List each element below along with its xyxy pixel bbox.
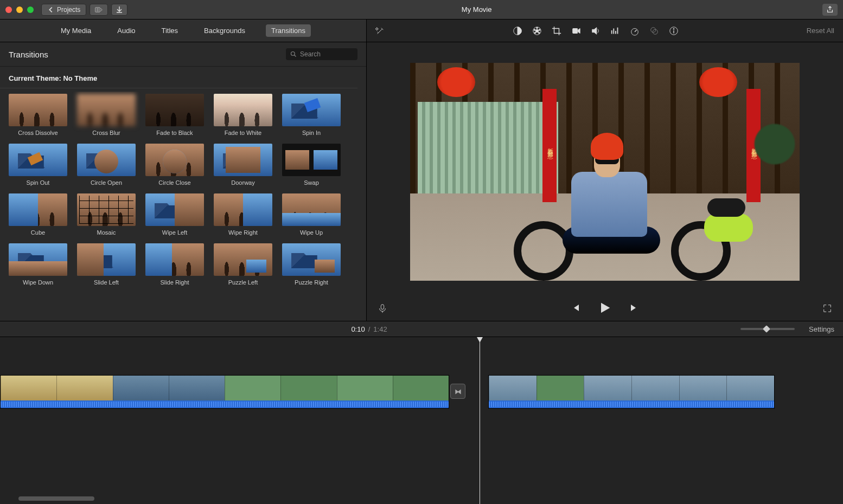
svg-point-13 xyxy=(653,29,658,34)
transition-item[interactable]: Circle Close xyxy=(145,144,204,186)
svg-point-15 xyxy=(673,28,674,29)
enhance-icon[interactable] xyxy=(375,26,385,36)
media-browser-pane: My Media Audio Titles Backgrounds Transi… xyxy=(0,20,367,321)
search-placeholder: Search xyxy=(300,50,321,58)
transition-item[interactable]: Wipe Up xyxy=(282,193,341,236)
zoom-window[interactable] xyxy=(27,7,34,13)
horizontal-scrollbar[interactable] xyxy=(18,496,94,501)
audio-waveform xyxy=(1,400,449,408)
transition-item[interactable]: Slide Left xyxy=(77,243,136,286)
current-theme-label: Current Theme: No Theme xyxy=(0,67,357,88)
search-icon xyxy=(290,51,297,57)
close-window[interactable] xyxy=(5,7,12,13)
info-icon[interactable] xyxy=(669,26,679,36)
download-button[interactable] xyxy=(111,4,127,16)
import-media-button[interactable] xyxy=(90,4,108,16)
video-preview[interactable] xyxy=(410,63,800,281)
zoom-slider[interactable] xyxy=(740,328,795,330)
transition-item[interactable]: Swap xyxy=(282,144,341,186)
transition-item[interactable]: Doorway xyxy=(214,144,272,186)
transitions-grid: Cross Dissolve Cross Blur Fade to Black … xyxy=(0,92,366,291)
transition-item[interactable]: Spin Out xyxy=(9,144,67,186)
window-controls xyxy=(5,7,34,13)
timeline-header: 0:10 / 1:42 Settings xyxy=(0,321,843,337)
transition-item[interactable]: Wipe Right xyxy=(214,193,272,236)
svg-point-4 xyxy=(536,29,539,32)
volume-icon[interactable] xyxy=(591,26,601,36)
back-to-projects-button[interactable]: Projects xyxy=(41,4,86,16)
transition-item[interactable]: Circle Open xyxy=(77,144,136,186)
transition-item[interactable]: Puzzle Right xyxy=(282,243,341,286)
transition-item[interactable]: Wipe Down xyxy=(9,243,67,286)
speed-icon[interactable] xyxy=(630,26,640,36)
fullscreen-icon[interactable] xyxy=(822,303,832,313)
svg-point-6 xyxy=(539,29,540,30)
svg-point-12 xyxy=(651,27,656,32)
transition-item[interactable]: Cross Blur xyxy=(77,94,136,136)
transition-item[interactable]: Spin In xyxy=(282,94,341,136)
tab-titles[interactable]: Titles xyxy=(156,24,184,37)
viewer-pane: Reset All xyxy=(367,20,843,321)
transition-item[interactable]: Wipe Left xyxy=(145,193,204,236)
tab-audio[interactable]: Audio xyxy=(112,24,140,37)
stabilize-icon[interactable] xyxy=(571,26,581,36)
svg-point-1 xyxy=(291,52,295,56)
viewer-toolbar: Reset All xyxy=(367,20,843,42)
transition-item[interactable]: Mosaic xyxy=(77,193,136,236)
transition-item[interactable]: Cube xyxy=(9,193,67,236)
tab-my-media[interactable]: My Media xyxy=(55,24,97,37)
playback-controls xyxy=(367,296,843,321)
playhead-time: 0:10 xyxy=(351,325,365,333)
color-balance-icon[interactable] xyxy=(513,26,522,36)
color-wheel-icon[interactable] xyxy=(532,26,542,36)
crop-icon[interactable] xyxy=(552,26,561,36)
svg-point-5 xyxy=(537,27,538,29)
svg-point-7 xyxy=(539,32,540,34)
transition-item[interactable]: Fade to White xyxy=(214,94,272,136)
total-duration: 1:42 xyxy=(373,325,387,333)
back-label: Projects xyxy=(57,6,80,14)
next-clip-button[interactable] xyxy=(629,302,640,315)
play-button[interactable] xyxy=(597,300,612,317)
svg-point-8 xyxy=(534,32,536,34)
transition-item[interactable]: Slide Right xyxy=(145,243,204,286)
svg-rect-10 xyxy=(573,28,578,33)
audio-waveform xyxy=(489,400,774,408)
minimize-window[interactable] xyxy=(16,7,23,13)
transition-item[interactable]: Puzzle Left xyxy=(214,243,272,286)
timeline-settings-button[interactable]: Settings xyxy=(809,325,834,333)
playhead[interactable] xyxy=(480,337,480,504)
svg-rect-16 xyxy=(381,305,384,309)
timeline-clip[interactable] xyxy=(0,375,449,409)
svg-point-9 xyxy=(534,29,535,30)
browser-tabs: My Media Audio Titles Backgrounds Transi… xyxy=(0,20,366,42)
browser-section-title: Transitions xyxy=(9,50,48,59)
search-input[interactable]: Search xyxy=(286,48,357,60)
eq-icon[interactable] xyxy=(610,26,620,36)
transition-item[interactable]: Cross Dissolve xyxy=(9,94,67,136)
timeline-clip[interactable] xyxy=(488,375,775,409)
voiceover-icon[interactable] xyxy=(378,303,387,313)
transition-item[interactable]: Fade to Black xyxy=(145,94,204,136)
effects-icon[interactable] xyxy=(649,26,659,36)
reset-all-button[interactable]: Reset All xyxy=(807,27,834,35)
share-button[interactable] xyxy=(822,4,838,16)
transition-marker[interactable]: ⧓ xyxy=(450,384,465,399)
prev-clip-button[interactable] xyxy=(570,302,581,315)
window-titlebar: Projects My Movie xyxy=(0,0,843,20)
timeline[interactable]: ⧓ xyxy=(0,337,843,504)
project-title: My Movie xyxy=(131,5,822,14)
tab-backgrounds[interactable]: Backgrounds xyxy=(199,24,251,37)
tab-transitions[interactable]: Transitions xyxy=(266,24,311,37)
